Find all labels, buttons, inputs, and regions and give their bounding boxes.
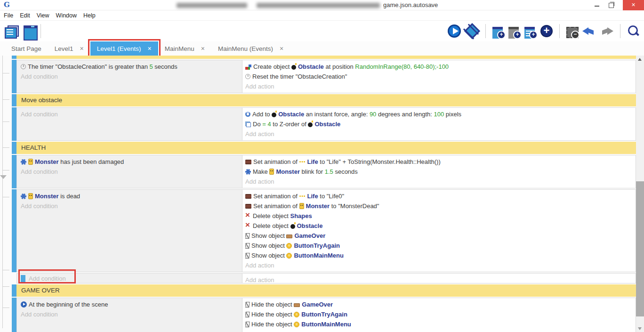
add-action-button[interactable]: Add action xyxy=(245,329,633,332)
action-line[interactable]: Do = 4 to Z-order of Obstacle xyxy=(245,119,633,129)
action-line[interactable]: Add to Obstacle an instant force, angle:… xyxy=(245,109,633,119)
condition-line[interactable]: At the beginning of the scene xyxy=(21,300,238,309)
add-comment-button[interactable] xyxy=(524,27,536,37)
add-condition-button[interactable]: Add condition xyxy=(21,309,238,319)
condition-line[interactable]: Monster is dead xyxy=(21,191,238,201)
event-tree-tick xyxy=(2,286,9,287)
action-line[interactable]: Make Monster blink for 1.5 seconds xyxy=(245,167,633,177)
actions-cell[interactable]: Add action xyxy=(242,274,636,283)
menu-view[interactable]: View xyxy=(37,12,55,19)
maximize-button[interactable] xyxy=(604,0,618,10)
tab-close-icon[interactable]: × xyxy=(201,45,205,52)
search-button[interactable] xyxy=(627,25,639,37)
text: Create object xyxy=(253,63,291,70)
tab-level1[interactable]: Level1× xyxy=(48,41,90,56)
comment-text[interactable]: HEALTH xyxy=(16,142,636,154)
scrollbar-thumb[interactable] xyxy=(636,181,644,316)
scene-editor-button[interactable] xyxy=(24,25,36,37)
gdevelop-window: G game.json.autosave × FileEditViewWindo… xyxy=(0,0,644,332)
menu-file[interactable]: File xyxy=(4,12,18,19)
scroll-up-arrow-icon[interactable] xyxy=(636,56,644,63)
action-line[interactable]: Set animation of Life to "Life" + ToStri… xyxy=(245,157,633,167)
action-line[interactable]: Show object ButtonMainMenu xyxy=(245,251,633,260)
add-action-button[interactable]: Add action xyxy=(245,81,633,91)
add-condition-button[interactable]: Add condition xyxy=(21,72,238,81)
add-condition-button[interactable]: Add condition xyxy=(21,109,238,119)
event-selection-bar[interactable] xyxy=(12,107,16,141)
action-line[interactable]: Delete object Shapes xyxy=(245,211,633,221)
event-selection-bar[interactable] xyxy=(12,94,16,106)
debug-button[interactable] xyxy=(464,23,480,39)
text: pixels xyxy=(444,111,461,118)
text: Show object xyxy=(251,232,286,239)
event-selection-bar[interactable] xyxy=(12,155,16,188)
conditions-cell[interactable]: Add condition xyxy=(17,274,242,283)
action-line[interactable]: Set animation of Monster to "MonsterDead… xyxy=(245,201,633,211)
menu-window[interactable]: Window xyxy=(56,12,82,19)
add-action-button[interactable]: Add action xyxy=(245,129,633,139)
event-selection-bar[interactable] xyxy=(12,142,16,154)
events-sheet: The timer "ObstacleCreation" is greater … xyxy=(0,56,636,332)
tab-start-page[interactable]: Start Page xyxy=(5,41,48,56)
action-line[interactable]: Show object GameOver xyxy=(245,231,633,241)
gameover-icon xyxy=(286,235,292,238)
redo-button[interactable] xyxy=(600,24,613,38)
menu-help[interactable]: Help xyxy=(83,12,101,19)
add-action-button[interactable]: Add action xyxy=(245,275,633,285)
play-button[interactable] xyxy=(448,24,461,38)
add-subevent-button[interactable] xyxy=(508,27,520,37)
tab-level1-events[interactable]: Level1 (Events)× xyxy=(90,41,158,56)
event-selection-bar[interactable] xyxy=(12,284,16,297)
tab-label: Level1 (Events) xyxy=(97,45,141,52)
add-condition-button[interactable]: Add condition xyxy=(21,167,238,177)
comment-text[interactable]: Move obstacle xyxy=(16,94,636,106)
add-condition-button[interactable]: Add condition xyxy=(29,274,66,283)
close-button[interactable]: × xyxy=(623,0,644,10)
action-line[interactable]: Hide the object ButtonMainMenu xyxy=(245,319,633,329)
comment-text[interactable]: GAME OVER xyxy=(16,284,636,297)
behavior-icon xyxy=(21,159,26,165)
object-name: ButtonTryAgain xyxy=(294,242,340,249)
add-circle-button[interactable] xyxy=(540,25,553,37)
action-line[interactable]: Hide the object ButtonTryAgain xyxy=(245,309,633,319)
tab-close-icon[interactable]: × xyxy=(80,45,84,52)
event-row: Monster is deadAdd conditionSet animatio… xyxy=(12,189,636,272)
event-selection-bar[interactable] xyxy=(12,298,16,332)
action-line[interactable]: Hide the object GameOver xyxy=(245,300,633,309)
tab-mainmenu[interactable]: MainMenu× xyxy=(158,41,211,56)
tab-close-icon[interactable]: × xyxy=(280,45,283,52)
add-action-button[interactable]: Add action xyxy=(245,177,633,186)
text: is dead xyxy=(59,193,80,200)
remove-event-button[interactable] xyxy=(566,27,578,37)
add-action-button[interactable]: Add action xyxy=(245,260,633,270)
event-selection-bar[interactable] xyxy=(12,189,16,272)
condition-line[interactable]: The timer "ObstacleCreation" is greater … xyxy=(21,62,238,72)
empty-event: Add conditionAdd action xyxy=(16,273,636,283)
minimize-button[interactable] xyxy=(590,0,604,10)
action-line[interactable]: Show object ButtonTryAgain xyxy=(245,241,633,251)
events-sheet-button[interactable] xyxy=(5,25,17,37)
condition-line[interactable]: Monster has just been damaged xyxy=(21,157,238,167)
event-tree-tick xyxy=(2,99,9,100)
action-line[interactable]: Delete object Obstacle xyxy=(245,221,633,231)
event-selection-bar[interactable] xyxy=(21,275,25,282)
action-line[interactable]: Create object Obstacle at position Rando… xyxy=(245,62,633,72)
scroll-down-arrow-icon[interactable] xyxy=(636,325,644,332)
comment-partial[interactable] xyxy=(16,56,636,59)
menu-edit[interactable]: Edit xyxy=(20,12,35,19)
event-selection-bar[interactable] xyxy=(12,60,16,93)
add-condition-button[interactable]: Add condition xyxy=(21,201,238,211)
toolbar-separator xyxy=(40,24,41,38)
event-selection-bar[interactable] xyxy=(12,56,16,59)
action-line[interactable]: Set animation of Life to "Life0" xyxy=(245,191,633,201)
comment-row: HEALTH xyxy=(12,142,636,154)
undo-button[interactable] xyxy=(582,24,596,38)
add-event-button[interactable] xyxy=(492,27,504,37)
text: seconds xyxy=(333,168,358,175)
tab-close-icon[interactable]: × xyxy=(148,45,152,52)
tab-mainmenu-events[interactable]: MainMenu (Events)× xyxy=(211,41,290,56)
action-line[interactable]: Reset the timer "ObstacleCreation" xyxy=(245,72,633,81)
vertical-scrollbar[interactable] xyxy=(636,56,644,332)
text: degrees and length: xyxy=(376,111,434,118)
object-name: ButtonTryAgain xyxy=(301,311,347,318)
